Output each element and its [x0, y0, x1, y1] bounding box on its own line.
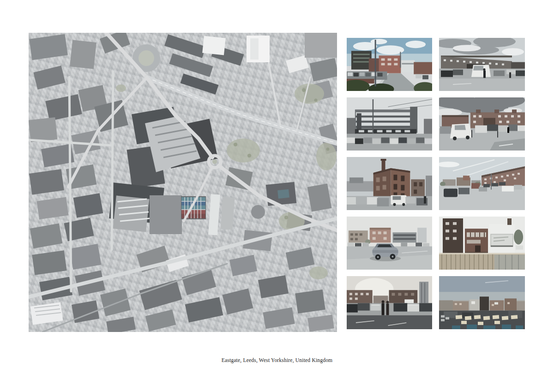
site-photo-9 [347, 276, 432, 329]
site-photo-7-graphic [347, 217, 432, 270]
site-photo-2-graphic [439, 38, 525, 91]
site-photo-4 [439, 97, 525, 151]
site-photo-8 [439, 217, 525, 270]
site-photo-2 [439, 38, 525, 91]
site-photo-3-graphic [347, 97, 432, 151]
aerial-map-graphic [29, 33, 337, 332]
site-photo-10-graphic [439, 276, 525, 329]
site-photo-5-graphic [347, 157, 432, 210]
site-photo-8-graphic [439, 217, 525, 270]
site-photo-5 [347, 157, 432, 210]
site-photo-9-graphic [347, 276, 432, 329]
site-photo-3 [347, 97, 432, 151]
site-photo-4-graphic [439, 97, 525, 151]
presentation-board: Eastgate, Leeds, West Yorkshire, United … [0, 0, 554, 392]
site-photo-7 [347, 217, 432, 270]
aerial-map [29, 33, 337, 332]
site-photo-1 [347, 38, 432, 91]
site-photo-6-graphic [439, 157, 525, 210]
site-photo-6 [439, 157, 525, 210]
photo-grid [347, 38, 525, 329]
caption: Eastgate, Leeds, West Yorkshire, United … [0, 357, 554, 363]
site-photo-1-graphic [347, 38, 432, 91]
site-photo-10 [439, 276, 525, 329]
